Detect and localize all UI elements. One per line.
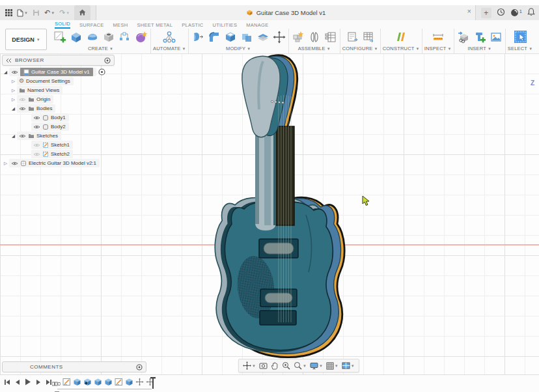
go-to-end-button[interactable] — [45, 378, 52, 385]
collapse-panel-icon[interactable] — [6, 58, 12, 63]
tab-plastic[interactable]: PLASTIC — [182, 22, 203, 29]
create-form-shape-button[interactable] — [134, 30, 148, 44]
document-tab[interactable]: Guitar Case 3D Model v1 × — [96, 5, 476, 20]
guitar-model[interactable] — [195, 53, 352, 365]
eye-icon[interactable] — [11, 70, 18, 75]
pan-button[interactable] — [271, 362, 279, 370]
insert-group-label[interactable]: INSERT▼ — [467, 45, 491, 52]
timeline-sketch-feature[interactable] — [62, 377, 71, 385]
eye-off-icon[interactable] — [19, 97, 26, 102]
comments-bar[interactable]: COMMENTS — [2, 361, 146, 372]
panel-options-icon[interactable] — [104, 57, 111, 64]
eye-icon[interactable] — [19, 106, 26, 111]
construction-plane-button[interactable] — [394, 30, 408, 44]
eye-off-icon[interactable] — [33, 143, 40, 148]
undo-button[interactable]: ↶▼ — [44, 9, 55, 16]
extrude-button[interactable] — [69, 30, 83, 44]
workspace-selector[interactable]: DESIGN▼ — [5, 29, 47, 50]
timeline-extrude-feature[interactable] — [94, 377, 102, 385]
eye-icon[interactable] — [11, 161, 18, 166]
shell-button[interactable] — [223, 30, 238, 44]
configuration-table-button[interactable] — [361, 30, 376, 44]
fillet-button[interactable] — [207, 30, 221, 44]
model-viewport[interactable]: Z — [0, 53, 539, 375]
timeline-extrude-feature[interactable] — [104, 377, 113, 385]
timeline-track[interactable] — [57, 389, 152, 389]
tab-solid[interactable]: SOLID — [55, 21, 70, 29]
home-tab-button[interactable] — [74, 5, 90, 20]
insert-fastener-button[interactable] — [473, 30, 487, 44]
tree-row-root[interactable]: ◢ Guitar Case 3D Model v1 — [2, 68, 115, 76]
insert-derive-button[interactable] — [456, 30, 471, 44]
sketch-dimension-button[interactable] — [118, 30, 132, 44]
viewports-button[interactable]: ▼ — [342, 362, 355, 369]
press-pull-button[interactable] — [191, 30, 205, 44]
bom-table-button[interactable] — [324, 30, 338, 44]
job-status-button[interactable]: 1 — [510, 8, 522, 17]
timeline-move-feature[interactable] — [135, 377, 144, 385]
tree-row-electric-guitar[interactable]: ▷ Electric Guitar 3D Model v2:1 — [2, 159, 115, 167]
expander-icon[interactable]: ▷ — [10, 95, 17, 104]
new-tab-button[interactable]: + — [481, 8, 491, 18]
eye-icon[interactable] — [33, 124, 40, 130]
play-button[interactable] — [24, 378, 31, 385]
timeline-extrude-hole-feature[interactable] — [83, 377, 92, 385]
assemble-group-label[interactable]: ASSEMBLE▼ — [298, 45, 331, 52]
browser-header[interactable]: BROWSER — [2, 55, 115, 66]
joint-button[interactable] — [307, 30, 322, 44]
tab-utilities[interactable]: UTILITIES — [213, 22, 238, 29]
timeline-extrude-feature[interactable] — [73, 377, 81, 385]
inspect-group-label[interactable]: INSPECT▼ — [424, 45, 452, 52]
insert-canvas-button[interactable] — [489, 30, 503, 44]
step-back-button[interactable] — [14, 378, 21, 385]
tree-row-origin[interactable]: ▷ Origin — [2, 95, 115, 104]
move-button[interactable] — [272, 30, 286, 44]
tab-sheet-metal[interactable]: SHEET METAL — [137, 22, 173, 29]
tree-row-bodies[interactable]: ◢ Bodies — [2, 104, 115, 113]
tree-row-sketches[interactable]: ◢ Sketches — [2, 132, 115, 140]
combine-button[interactable] — [240, 30, 254, 44]
activate-radio-icon[interactable] — [98, 68, 105, 76]
go-to-start-button[interactable] — [3, 378, 10, 385]
display-settings-button[interactable]: ▼ — [310, 362, 323, 370]
configure-group-label[interactable]: CONFIGURE▼ — [342, 45, 378, 52]
fit-button[interactable]: ▼ — [294, 361, 307, 370]
timeline-playhead[interactable] — [149, 376, 157, 392]
history-button[interactable] — [497, 7, 505, 19]
tree-row-sketch2[interactable]: Sketch2 — [2, 150, 115, 158]
notifications-button[interactable] — [527, 7, 535, 19]
tree-row-sketch1[interactable]: Sketch1 — [2, 141, 115, 149]
close-tab-icon[interactable]: × — [467, 8, 471, 15]
look-at-button[interactable] — [259, 362, 268, 369]
select-group-label[interactable]: SELECT▼ — [508, 45, 533, 52]
form-button[interactable] — [85, 30, 100, 44]
orbit-button[interactable]: ▼ — [243, 361, 256, 370]
expander-icon[interactable]: ◢ — [2, 68, 9, 76]
timeline-extrude-feature[interactable] — [125, 377, 133, 385]
create-group-label[interactable]: CREATE▼ — [88, 45, 113, 52]
modify-group-label[interactable]: MODIFY▼ — [226, 45, 251, 52]
timeline-zoom-handle[interactable] — [55, 387, 59, 392]
grid-settings-button[interactable]: ▼ — [326, 362, 339, 370]
construct-group-label[interactable]: CONSTRUCT▼ — [383, 45, 420, 52]
measure-button[interactable] — [431, 30, 445, 44]
expander-icon[interactable]: ▷ — [10, 77, 17, 85]
eye-icon[interactable] — [33, 115, 40, 120]
tree-row-named-views[interactable]: ▷ Named Views — [2, 86, 115, 94]
save-button[interactable] — [33, 9, 40, 16]
app-grid-icon[interactable] — [5, 9, 12, 16]
tree-row-body2[interactable]: Body2 — [2, 122, 115, 131]
expander-icon[interactable]: ▷ — [2, 159, 9, 167]
configuration-doc-button[interactable] — [345, 30, 359, 44]
automate-button[interactable] — [161, 30, 178, 44]
comments-expand-icon[interactable] — [136, 364, 143, 371]
expander-icon[interactable]: ◢ — [10, 104, 17, 113]
expander-icon[interactable]: ◢ — [10, 132, 17, 140]
tree-row-body1[interactable]: Body1 — [2, 113, 115, 122]
tree-row-document-settings[interactable]: ▷ ⚙Document Settings — [2, 77, 115, 85]
eye-icon[interactable] — [19, 133, 26, 139]
create-sketch-button[interactable] — [53, 30, 67, 44]
zoom-button[interactable] — [282, 361, 290, 370]
select-button[interactable] — [513, 30, 527, 44]
eye-off-icon[interactable] — [33, 152, 40, 157]
